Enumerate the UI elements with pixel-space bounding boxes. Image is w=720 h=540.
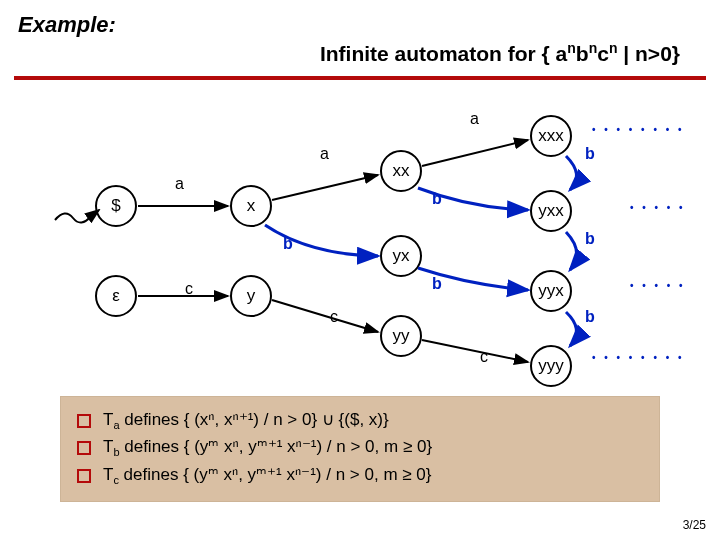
svg-line-5 [422,340,528,362]
bullet-icon [77,441,91,455]
bullet-icon [77,469,91,483]
def-tc: Tc defines { (yᵐ xⁿ, yᵐ⁺¹ xⁿ⁻¹) / n > 0,… [103,462,645,489]
def-tb: Tb defines { (yᵐ xⁿ, yᵐ⁺¹ xⁿ⁻¹) / n > 0,… [103,434,645,461]
svg-line-4 [422,140,528,166]
title-example: Example: [18,12,702,38]
page-number: 3/25 [683,518,706,532]
automaton-diagram: $ ε x y xx yx yy xxx yxx yyx yyy a c a b… [0,90,720,390]
svg-line-2 [272,175,378,200]
title-heading: Infinite automaton for { anbncn | n>0} [18,40,702,66]
heading-pre: Infinite automaton for { a [320,42,567,65]
svg-line-3 [272,300,378,332]
heading-post: | n>0} [618,42,681,65]
divider [14,76,706,80]
definitions-box: Ta defines { (xⁿ, xⁿ⁺¹) / n > 0} ∪ {($, … [60,396,660,502]
arrow-layer [0,90,720,390]
bullet-icon [77,414,91,428]
def-ta: Ta defines { (xⁿ, xⁿ⁺¹) / n > 0} ∪ {($, … [103,407,645,434]
